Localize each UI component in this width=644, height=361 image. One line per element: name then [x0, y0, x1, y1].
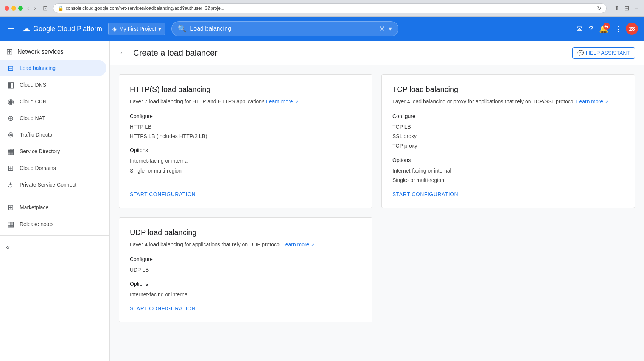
gcp-logo-icon: ☁: [22, 24, 30, 34]
refresh-btn[interactable]: ↻: [597, 5, 602, 11]
reader-mode-btn[interactable]: ⊡: [40, 4, 50, 12]
sidebar-collapse-btn[interactable]: «: [0, 239, 109, 256]
sidebar-item-cloud-dns[interactable]: ◧ Cloud DNS: [0, 76, 106, 93]
sidebar-divider: [0, 196, 109, 196]
load-balancing-icon: ⊟: [6, 64, 15, 73]
project-name: My First Project: [119, 26, 156, 32]
tcp-card-desc: Layer 4 load balancing or proxy for appl…: [392, 98, 624, 106]
release-notes-icon: ▦: [6, 219, 15, 229]
tcp-start-config-btn[interactable]: START CONFIGURATION: [392, 191, 624, 197]
external-link-icon: ↗: [295, 99, 299, 104]
sidebar-bottom-divider: [0, 235, 109, 236]
tcp-learn-more-link[interactable]: Learn more ↗: [575, 98, 608, 104]
https-learn-more-link[interactable]: Learn more ↗: [264, 98, 298, 104]
sidebar-item-label-release-notes: Release notes: [20, 221, 54, 227]
list-item: Internet-facing or internal: [130, 290, 361, 299]
lock-icon: 🔒: [58, 6, 64, 11]
sidebar-item-cloud-nat[interactable]: ⊕ Cloud NAT: [0, 110, 106, 126]
marketplace-icon: ⊞: [6, 203, 15, 212]
nav-icons: ✉ ? 🔔 47 ⋮ 28: [574, 22, 638, 36]
avatar[interactable]: 28: [626, 23, 638, 35]
udp-configure-title: Configure: [130, 256, 361, 262]
https-lb-card: HTTP(S) load balancing Layer 7 load bala…: [119, 74, 372, 208]
minimize-traffic-light[interactable]: [11, 6, 16, 11]
sidebar-item-cloud-domains[interactable]: ⊞ Cloud Domains: [0, 160, 106, 176]
udp-learn-more-link[interactable]: Learn more ↗: [281, 241, 314, 247]
sidebar-item-private-service-connect[interactable]: ⛨ Private Service Connect: [0, 176, 106, 193]
search-input[interactable]: [190, 25, 375, 32]
traffic-lights: [5, 6, 23, 11]
sidebar-section-header: ⊞ Network services: [0, 41, 109, 60]
close-traffic-light[interactable]: [5, 6, 9, 11]
https-configure-list: HTTP LB HTTPS LB (includes HTTP/2 LB): [130, 122, 361, 141]
browser-actions: ⬆ ⊞ +: [613, 4, 639, 12]
service-directory-icon: ▦: [6, 147, 15, 156]
traffic-director-icon: ⊗: [6, 130, 15, 139]
back-btn[interactable]: ←: [119, 48, 127, 58]
udp-card-title: UDP load balancing: [130, 228, 361, 237]
main-layout: ⊞ Network services ⊟ Load balancing ◧ Cl…: [0, 41, 644, 361]
forward-browser-btn[interactable]: ›: [32, 4, 37, 12]
help-assistant-icon: 💬: [577, 50, 584, 56]
maximize-traffic-light[interactable]: [18, 6, 23, 11]
network-services-icon: ⊞: [6, 47, 13, 57]
sidebar-item-label-cloud-cdn: Cloud CDN: [20, 98, 47, 104]
content-area: ← Create a load balancer 💬 HELP ASSISTAN…: [110, 41, 644, 361]
cloud-dns-icon: ◧: [6, 80, 15, 89]
nav-buttons: ‹ ›: [26, 4, 37, 12]
tcp-card-title: TCP load balancing: [392, 85, 624, 94]
cloud-cdn-icon: ◉: [6, 97, 15, 106]
list-item: TCP LB: [392, 122, 624, 132]
help-assistant-btn[interactable]: 💬 HELP ASSISTANT: [572, 47, 635, 59]
sidebar: ⊞ Network services ⊟ Load balancing ◧ Cl…: [0, 41, 110, 361]
add-tab-btn[interactable]: +: [633, 4, 639, 12]
gcp-logo-text: Google Cloud Platform: [33, 25, 102, 33]
list-item: SSL proxy: [392, 132, 624, 141]
udp-start-config-btn[interactable]: START CONFIGURATION: [130, 305, 361, 311]
more-options-btn[interactable]: ⋮: [612, 22, 624, 36]
cards-container: HTTP(S) load balancing Layer 7 load bala…: [110, 65, 644, 331]
external-link-icon: ↗: [605, 99, 608, 104]
tcp-lb-card: TCP load balancing Layer 4 load balancin…: [381, 74, 635, 208]
share-btn[interactable]: ⬆: [613, 4, 621, 12]
search-clear-icon[interactable]: ✕: [379, 25, 385, 33]
list-item: TCP proxy: [392, 141, 624, 151]
private-service-connect-icon: ⛨: [6, 180, 15, 189]
https-start-config-btn[interactable]: START CONFIGURATION: [130, 191, 361, 197]
gcp-logo: ☁ Google Cloud Platform: [22, 24, 102, 34]
sidebar-item-traffic-director[interactable]: ⊗ Traffic Director: [0, 126, 106, 143]
notification-badge: 47: [603, 23, 610, 30]
help-assistant-label: HELP ASSISTANT: [586, 50, 630, 56]
https-options-list: Internet-facing or internal Single- or m…: [130, 156, 361, 175]
url-bar[interactable]: 🔒 console.cloud.google.com/net-services/…: [53, 3, 607, 13]
content-header-left: ← Create a load balancer: [119, 48, 218, 58]
project-selector[interactable]: ◈ My First Project ▾: [108, 23, 165, 35]
list-item: Internet-facing or internal: [392, 166, 624, 176]
extensions-btn[interactable]: ⊞: [623, 4, 631, 12]
sidebar-item-marketplace[interactable]: ⊞ Marketplace: [0, 199, 106, 216]
sidebar-item-cloud-cdn[interactable]: ◉ Cloud CDN: [0, 93, 106, 110]
browser-chrome: ‹ › ⊡ 🔒 console.cloud.google.com/net-ser…: [0, 0, 644, 17]
list-item: HTTPS LB (includes HTTP/2 LB): [130, 132, 361, 141]
udp-card-desc: Layer 4 load balancing for applications …: [130, 241, 361, 249]
search-expand-icon[interactable]: ▾: [389, 25, 392, 33]
help-btn[interactable]: ?: [586, 22, 595, 36]
notifications-btn[interactable]: 🔔 47: [597, 22, 611, 36]
sidebar-item-release-notes[interactable]: ▦ Release notes: [0, 216, 106, 232]
udp-lb-card: UDP load balancing Layer 4 load balancin…: [119, 217, 372, 322]
sidebar-item-load-balancing[interactable]: ⊟ Load balancing: [0, 60, 106, 76]
sidebar-item-label-load-balancing: Load balancing: [20, 65, 56, 71]
cloud-domains-icon: ⊞: [6, 163, 15, 173]
tcp-configure-title: Configure: [392, 113, 624, 119]
top-navbar: ☰ ☁ Google Cloud Platform ◈ My First Pro…: [0, 17, 644, 41]
tcp-options-list: Internet-facing or internal Single- or m…: [392, 166, 624, 185]
back-browser-btn[interactable]: ‹: [26, 4, 31, 12]
search-bar[interactable]: 🔍 ✕ ▾: [171, 21, 398, 36]
email-btn[interactable]: ✉: [574, 22, 585, 36]
url-text: console.cloud.google.com/net-services/lo…: [66, 6, 595, 11]
hamburger-btn[interactable]: ☰: [6, 23, 16, 35]
sidebar-item-service-directory[interactable]: ▦ Service Directory: [0, 143, 106, 160]
tcp-options-title: Options: [392, 157, 624, 163]
project-dropdown-icon: ▾: [158, 25, 161, 33]
search-icon: 🔍: [178, 25, 186, 33]
